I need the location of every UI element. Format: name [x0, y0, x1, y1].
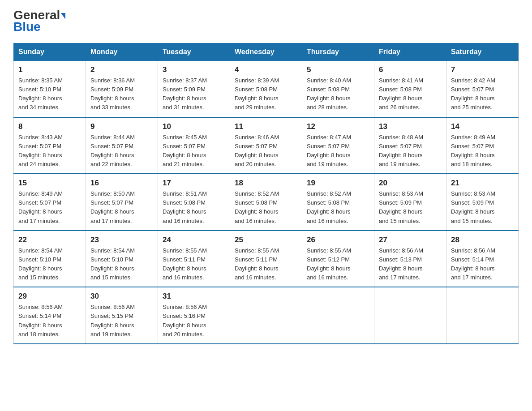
day-number: 12 [307, 122, 369, 131]
calendar-cell: 17Sunrise: 8:51 AMSunset: 5:08 PMDayligh… [158, 174, 230, 231]
calendar-cell: 19Sunrise: 8:52 AMSunset: 5:08 PMDayligh… [302, 174, 374, 231]
calendar-cell: 18Sunrise: 8:52 AMSunset: 5:08 PMDayligh… [230, 174, 302, 231]
day-info: Sunrise: 8:37 AMSunset: 5:09 PMDaylight:… [163, 76, 225, 112]
day-info: Sunrise: 8:56 AMSunset: 5:15 PMDaylight:… [90, 303, 153, 339]
calendar-cell: 2Sunrise: 8:36 AMSunset: 5:09 PMDaylight… [86, 61, 158, 117]
calendar-cell: 25Sunrise: 8:55 AMSunset: 5:11 PMDayligh… [230, 231, 302, 287]
day-number: 1 [18, 65, 81, 74]
calendar-week-row: 29Sunrise: 8:56 AMSunset: 5:14 PMDayligh… [14, 287, 519, 344]
day-info: Sunrise: 8:46 AMSunset: 5:07 PMDaylight:… [235, 133, 297, 169]
header-day-sunday: Sunday [14, 43, 86, 61]
day-number: 14 [451, 122, 514, 131]
day-number: 10 [163, 122, 225, 131]
day-info: Sunrise: 8:36 AMSunset: 5:09 PMDaylight:… [90, 76, 153, 112]
day-info: Sunrise: 8:53 AMSunset: 5:09 PMDaylight:… [451, 189, 514, 226]
day-info: Sunrise: 8:54 AMSunset: 5:10 PMDaylight:… [18, 246, 81, 283]
calendar-week-row: 22Sunrise: 8:54 AMSunset: 5:10 PMDayligh… [14, 231, 519, 287]
logo-blue: Blue [13, 20, 41, 34]
calendar-cell: 16Sunrise: 8:50 AMSunset: 5:07 PMDayligh… [86, 174, 158, 231]
calendar-cell: 28Sunrise: 8:56 AMSunset: 5:14 PMDayligh… [446, 231, 519, 287]
calendar-cell: 10Sunrise: 8:45 AMSunset: 5:07 PMDayligh… [158, 117, 230, 174]
day-info: Sunrise: 8:47 AMSunset: 5:07 PMDaylight:… [307, 133, 369, 169]
calendar-cell: 22Sunrise: 8:54 AMSunset: 5:10 PMDayligh… [14, 231, 86, 287]
calendar-cell: 6Sunrise: 8:41 AMSunset: 5:08 PMDaylight… [374, 61, 446, 117]
calendar-table: SundayMondayTuesdayWednesdayThursdayFrid… [13, 43, 519, 344]
day-number: 19 [307, 179, 369, 188]
day-info: Sunrise: 8:55 AMSunset: 5:11 PMDaylight:… [163, 246, 225, 283]
header-day-saturday: Saturday [446, 43, 519, 61]
calendar-cell: 7Sunrise: 8:42 AMSunset: 5:07 PMDaylight… [446, 61, 519, 117]
calendar-cell [446, 287, 519, 344]
calendar-cell: 4Sunrise: 8:39 AMSunset: 5:08 PMDaylight… [230, 61, 302, 117]
day-info: Sunrise: 8:48 AMSunset: 5:07 PMDaylight:… [379, 133, 442, 169]
day-number: 29 [18, 292, 81, 301]
day-number: 11 [235, 122, 297, 131]
day-number: 25 [235, 235, 297, 244]
day-number: 31 [163, 292, 225, 301]
day-info: Sunrise: 8:51 AMSunset: 5:08 PMDaylight:… [163, 189, 225, 226]
calendar-cell: 15Sunrise: 8:49 AMSunset: 5:07 PMDayligh… [14, 174, 86, 231]
day-number: 18 [235, 179, 297, 188]
calendar-cell: 13Sunrise: 8:48 AMSunset: 5:07 PMDayligh… [374, 117, 446, 174]
day-info: Sunrise: 8:53 AMSunset: 5:09 PMDaylight:… [379, 189, 442, 226]
day-info: Sunrise: 8:41 AMSunset: 5:08 PMDaylight:… [379, 76, 442, 112]
calendar-cell: 31Sunrise: 8:56 AMSunset: 5:16 PMDayligh… [158, 287, 230, 344]
calendar-cell: 29Sunrise: 8:56 AMSunset: 5:14 PMDayligh… [14, 287, 86, 344]
calendar-cell: 1Sunrise: 8:35 AMSunset: 5:10 PMDaylight… [14, 61, 86, 117]
calendar-cell: 20Sunrise: 8:53 AMSunset: 5:09 PMDayligh… [374, 174, 446, 231]
calendar-cell: 24Sunrise: 8:55 AMSunset: 5:11 PMDayligh… [158, 231, 230, 287]
day-info: Sunrise: 8:43 AMSunset: 5:07 PMDaylight:… [18, 133, 81, 169]
calendar-cell: 30Sunrise: 8:56 AMSunset: 5:15 PMDayligh… [86, 287, 158, 344]
day-info: Sunrise: 8:35 AMSunset: 5:10 PMDaylight:… [18, 76, 81, 112]
day-number: 22 [18, 235, 81, 244]
calendar-cell: 8Sunrise: 8:43 AMSunset: 5:07 PMDaylight… [14, 117, 86, 174]
header-day-thursday: Thursday [302, 43, 374, 61]
logo-triangle-icon [61, 13, 65, 19]
day-number: 7 [451, 65, 514, 74]
day-info: Sunrise: 8:54 AMSunset: 5:10 PMDaylight:… [90, 246, 153, 283]
calendar-cell: 12Sunrise: 8:47 AMSunset: 5:07 PMDayligh… [302, 117, 374, 174]
day-number: 16 [90, 179, 153, 188]
calendar-cell: 9Sunrise: 8:44 AMSunset: 5:07 PMDaylight… [86, 117, 158, 174]
page-header: General Blue [13, 9, 519, 34]
calendar-week-row: 1Sunrise: 8:35 AMSunset: 5:10 PMDaylight… [14, 61, 519, 117]
day-info: Sunrise: 8:44 AMSunset: 5:07 PMDaylight:… [90, 133, 153, 169]
day-number: 4 [235, 65, 297, 74]
day-number: 30 [90, 292, 153, 301]
day-info: Sunrise: 8:56 AMSunset: 5:16 PMDaylight:… [163, 303, 225, 339]
day-number: 27 [379, 235, 442, 244]
day-number: 3 [163, 65, 225, 74]
header-day-friday: Friday [374, 43, 446, 61]
day-info: Sunrise: 8:56 AMSunset: 5:14 PMDaylight:… [18, 303, 81, 339]
day-info: Sunrise: 8:55 AMSunset: 5:12 PMDaylight:… [307, 246, 369, 283]
day-info: Sunrise: 8:55 AMSunset: 5:11 PMDaylight:… [235, 246, 297, 283]
calendar-cell: 14Sunrise: 8:49 AMSunset: 5:07 PMDayligh… [446, 117, 519, 174]
day-info: Sunrise: 8:50 AMSunset: 5:07 PMDaylight:… [90, 189, 153, 226]
day-info: Sunrise: 8:45 AMSunset: 5:07 PMDaylight:… [163, 133, 225, 169]
day-number: 5 [307, 65, 369, 74]
day-info: Sunrise: 8:52 AMSunset: 5:08 PMDaylight:… [307, 189, 369, 226]
calendar-week-row: 15Sunrise: 8:49 AMSunset: 5:07 PMDayligh… [14, 174, 519, 231]
calendar-cell [230, 287, 302, 344]
day-number: 17 [163, 179, 225, 188]
day-info: Sunrise: 8:49 AMSunset: 5:07 PMDaylight:… [451, 133, 514, 169]
day-number: 26 [307, 235, 369, 244]
calendar-cell: 5Sunrise: 8:40 AMSunset: 5:08 PMDaylight… [302, 61, 374, 117]
day-number: 6 [379, 65, 442, 74]
calendar-cell: 23Sunrise: 8:54 AMSunset: 5:10 PMDayligh… [86, 231, 158, 287]
day-number: 15 [18, 179, 81, 188]
calendar-cell: 21Sunrise: 8:53 AMSunset: 5:09 PMDayligh… [446, 174, 519, 231]
calendar-week-row: 8Sunrise: 8:43 AMSunset: 5:07 PMDaylight… [14, 117, 519, 174]
day-number: 24 [163, 235, 225, 244]
day-number: 23 [90, 235, 153, 244]
day-info: Sunrise: 8:49 AMSunset: 5:07 PMDaylight:… [18, 189, 81, 226]
day-number: 21 [451, 179, 514, 188]
day-number: 2 [90, 65, 153, 74]
day-number: 13 [379, 122, 442, 131]
day-info: Sunrise: 8:40 AMSunset: 5:08 PMDaylight:… [307, 76, 369, 112]
day-number: 9 [90, 122, 153, 131]
day-number: 28 [451, 235, 514, 244]
day-number: 8 [18, 122, 81, 131]
calendar-header-row: SundayMondayTuesdayWednesdayThursdayFrid… [14, 43, 519, 61]
header-day-tuesday: Tuesday [158, 43, 230, 61]
